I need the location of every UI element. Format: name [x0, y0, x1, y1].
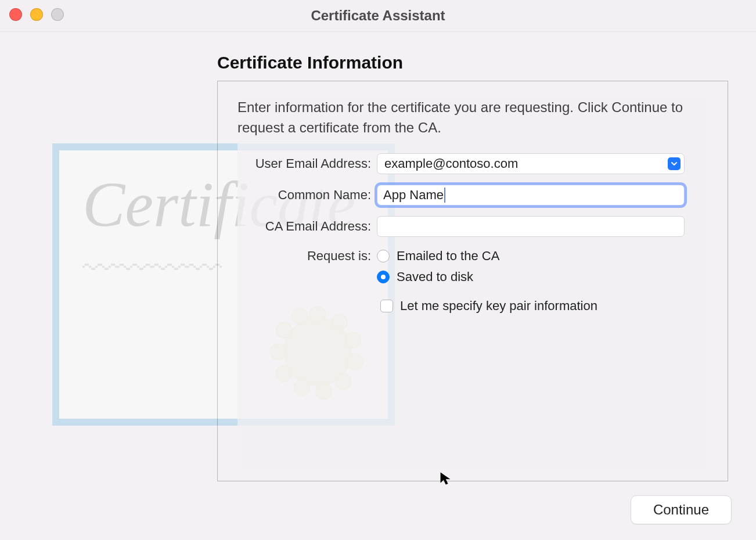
- row-ca-email: CA Email Address:: [237, 216, 708, 237]
- radio-item-emailed[interactable]: Emailed to the CA: [377, 249, 708, 264]
- label-ca-email: CA Email Address:: [237, 219, 377, 234]
- user-email-dropdown-button[interactable]: [668, 157, 681, 170]
- radio-saved[interactable]: [377, 271, 390, 283]
- ca-email-field[interactable]: [377, 216, 685, 237]
- radio-item-saved[interactable]: Saved to disk: [377, 269, 708, 285]
- user-email-combobox[interactable]: [377, 153, 685, 174]
- common-name-value: App Name: [383, 188, 444, 203]
- request-is-radio-group: Emailed to the CA Saved to disk: [377, 247, 708, 285]
- row-user-email: User Email Address:: [237, 153, 708, 174]
- row-common-name: Common Name: App Name: [237, 185, 708, 206]
- close-window-button[interactable]: [9, 8, 22, 21]
- keypair-checkbox[interactable]: [380, 300, 393, 312]
- radio-label-saved: Saved to disk: [397, 269, 473, 285]
- window-controls: [9, 8, 64, 21]
- text-caret: [444, 188, 445, 203]
- label-request-is: Request is:: [237, 247, 377, 264]
- radio-label-emailed: Emailed to the CA: [397, 249, 499, 264]
- user-email-input[interactable]: [383, 156, 661, 172]
- form-panel: Enter information for the certificate yo…: [217, 81, 728, 481]
- footer: Continue: [631, 495, 732, 524]
- certificate-swirl: 〰〰〰〰: [82, 249, 222, 290]
- common-name-field[interactable]: App Name: [377, 185, 685, 206]
- instruction-text: Enter information for the certificate yo…: [237, 98, 708, 138]
- label-user-email: User Email Address:: [237, 156, 377, 171]
- continue-button[interactable]: Continue: [631, 495, 732, 524]
- zoom-window-button[interactable]: [51, 8, 64, 21]
- radio-emailed[interactable]: [377, 250, 390, 262]
- titlebar: Certificate Assistant: [0, 0, 756, 32]
- chevron-down-icon: [671, 160, 678, 167]
- keypair-checkbox-label: Let me specify key pair information: [400, 298, 597, 314]
- page-title: Certificate Information: [217, 53, 403, 73]
- ca-email-input[interactable]: [383, 218, 678, 235]
- row-keypair-checkbox[interactable]: Let me specify key pair information: [380, 298, 708, 314]
- row-request-is: Request is: Emailed to the CA Saved to d…: [237, 247, 708, 285]
- window-title: Certificate Assistant: [311, 8, 445, 24]
- label-common-name: Common Name:: [237, 188, 377, 203]
- content-area: Certificate Information Certificate 〰〰〰〰: [0, 32, 756, 540]
- minimize-window-button[interactable]: [30, 8, 43, 21]
